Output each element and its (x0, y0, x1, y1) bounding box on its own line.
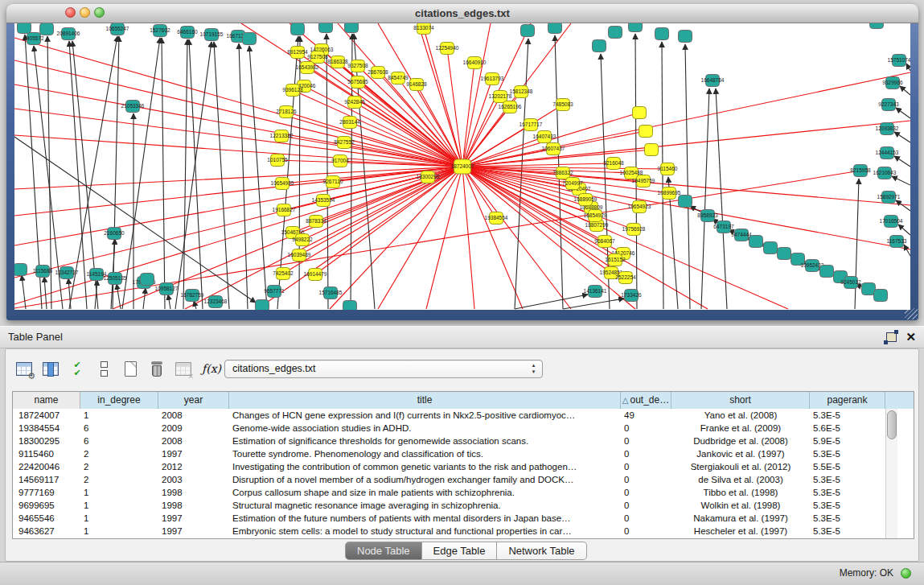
table-row[interactable]: 1938455462009Genome-wide association stu… (13, 422, 914, 435)
network-edge[interactable] (185, 167, 462, 309)
table-cell[interactable]: 0 (621, 460, 671, 473)
network-edge[interactable] (299, 36, 300, 309)
table-cell[interactable]: 2 (80, 460, 158, 473)
network-node[interactable]: 12505135 (104, 273, 127, 285)
network-edge[interactable] (896, 108, 910, 118)
select-none-icon[interactable] (93, 357, 114, 380)
table-cell[interactable]: Tibbo et al. (1998) (671, 486, 810, 499)
network-node[interactable] (749, 236, 763, 248)
network-node[interactable] (862, 283, 876, 295)
table-row[interactable]: 946362711997Embryonic stem cells: a mode… (13, 525, 914, 538)
table-cell[interactable]: Tourette syndrome. Phenomenology and cla… (229, 447, 621, 460)
network-edge[interactable] (122, 38, 160, 309)
table-cell[interactable]: Structural magnetic resonance image aver… (229, 499, 621, 512)
network-edge[interactable] (894, 156, 910, 167)
network-edge[interactable] (14, 167, 462, 189)
network-node[interactable]: 12254940 (436, 43, 459, 55)
table-cell[interactable]: 9463627 (13, 525, 80, 538)
table-cell[interactable]: Hescheler et al. (1997) (671, 525, 810, 538)
network-node[interactable]: 1145194 (87, 269, 107, 281)
table-row[interactable]: 2242004622012Investigating the contribut… (13, 460, 914, 473)
table-mode-icon[interactable] (14, 357, 35, 380)
network-node[interactable] (870, 23, 884, 29)
network-edge[interactable] (462, 167, 474, 309)
network-edge[interactable] (318, 57, 462, 167)
column-header-name[interactable]: name (13, 392, 80, 409)
table-cell[interactable]: 0 (621, 447, 671, 460)
table-cell[interactable]: 18724007 (13, 409, 80, 422)
network-node[interactable]: 8133074 (413, 23, 434, 35)
table-row[interactable]: 1872400712008Changes of HCN gene express… (13, 409, 914, 422)
table-row[interactable]: 946554611997Estimation of the future num… (13, 512, 914, 525)
delete-column-icon[interactable] (146, 357, 167, 380)
function-builder-icon[interactable]: ƒ(x) (199, 357, 224, 380)
network-node[interactable]: 9115460 (658, 163, 678, 175)
network-node[interactable]: 14353594 (312, 195, 335, 207)
table-cell[interactable]: 14569117 (13, 473, 80, 486)
table-cell[interactable]: Investigating the contribution of common… (229, 460, 621, 473)
network-node[interactable]: 21053346 (121, 101, 145, 113)
table-cell[interactable]: 1997 (158, 525, 229, 538)
network-node[interactable] (521, 25, 535, 37)
network-edge[interactable] (896, 200, 910, 211)
network-node[interactable]: 1527602 (150, 25, 170, 37)
network-node[interactable]: 10899695 (658, 187, 681, 200)
network-edge[interactable] (716, 89, 727, 309)
table-cell[interactable]: 5.6E-5 (810, 422, 885, 435)
network-node[interactable] (764, 242, 778, 254)
window-resize-grip[interactable] (905, 308, 918, 319)
table-cell[interactable]: 1 (80, 512, 158, 525)
table-cell[interactable]: 0 (621, 422, 671, 435)
table-cell[interactable]: 0 (621, 499, 671, 512)
network-edge[interactable] (904, 245, 910, 256)
table-cell[interactable]: 0 (621, 512, 671, 525)
network-node[interactable]: 9327508 (347, 60, 368, 72)
table-row[interactable]: 911546021997Tourette syndrome. Phenomeno… (13, 447, 914, 460)
network-edge[interactable] (685, 44, 690, 309)
column-header-pagerank[interactable]: pagerank (810, 392, 885, 409)
network-node[interactable]: 19613793 (481, 73, 504, 85)
network-node[interactable] (633, 107, 647, 119)
select-all-columns-icon[interactable] (67, 357, 88, 380)
network-node[interactable]: 2522254 (615, 272, 636, 284)
network-node[interactable]: 16648784 (701, 75, 725, 87)
table-cell[interactable]: 5.3E-5 (810, 525, 885, 538)
network-node[interactable] (291, 23, 305, 35)
network-node[interactable]: 9657771 (264, 286, 285, 298)
network-edge[interactable] (462, 97, 500, 167)
network-edge[interactable] (284, 167, 462, 210)
table-cell[interactable]: 1997 (158, 512, 229, 525)
close-panel-icon[interactable]: ✕ (906, 330, 916, 344)
network-edge[interactable] (14, 84, 462, 167)
table-vertical-scrollbar[interactable] (885, 409, 897, 539)
network-edge[interactable] (189, 39, 203, 309)
table-cell[interactable]: Embryonic stem cells: a model to study s… (229, 525, 621, 538)
network-node[interactable]: 19166827 (273, 204, 296, 216)
network-node[interactable] (820, 266, 834, 278)
network-node[interactable]: 10719155 (200, 29, 224, 41)
table-row[interactable]: 1456911722003Disruption of a novel membe… (13, 473, 914, 486)
table-cell[interactable]: 6 (80, 422, 158, 435)
network-node[interactable]: 8454749 (388, 72, 409, 84)
table-cell[interactable]: Yano et al. (2008) (671, 409, 810, 422)
table-cell[interactable]: 5.3E-5 (810, 499, 885, 512)
network-node[interactable] (548, 23, 562, 34)
column-header-short[interactable]: short (671, 392, 810, 409)
network-node[interactable] (141, 274, 154, 286)
table-cell[interactable]: 19384554 (13, 422, 80, 435)
network-node[interactable] (874, 290, 888, 302)
network-node[interactable]: 2718126 (276, 106, 297, 118)
network-node[interactable]: 8215958 (850, 165, 871, 177)
table-cell[interactable]: 1 (80, 499, 158, 512)
table-cell[interactable]: 5.3E-5 (810, 473, 885, 486)
network-node[interactable]: 8216048 (603, 158, 624, 170)
network-edge[interactable] (900, 86, 910, 95)
table-cell[interactable]: 1997 (158, 447, 229, 460)
tab-node-table[interactable]: Node Table (345, 542, 422, 560)
table-row[interactable]: 969969511998Structural magnetic resonanc… (13, 499, 914, 512)
table-cell[interactable]: 0 (621, 525, 671, 538)
network-node[interactable] (345, 23, 359, 33)
network-node[interactable]: 10655247 (106, 23, 129, 35)
table-cell[interactable]: 18300295 (13, 435, 80, 447)
network-edge[interactable] (44, 277, 47, 309)
